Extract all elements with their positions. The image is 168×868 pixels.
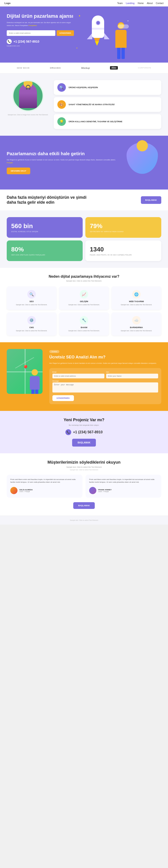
seo-left: 📍 [7, 349, 45, 394]
cta2-button[interactable]: BAŞLAMAK [72, 439, 96, 446]
seo-message-input[interactable] [53, 382, 158, 393]
author-role-1: Client - Freepik [19, 491, 33, 492]
seo-name-group: İsim [106, 371, 158, 378]
services-left: 🎧 Sample text. Click to Image from icons… [7, 80, 49, 116]
cta2-subtitle: Bu numarayı bizi arayarak bize ulaşın. [7, 424, 161, 426]
why-card-2: 📈 GELİŞİM Sample text. Click to select t… [59, 286, 109, 310]
cta2-title: Yeni Projeniz Var mı? [7, 417, 161, 422]
marketing-left: Pazarlamanızı daha etkili hale getirin H… [7, 151, 119, 174]
why-subtitle: Sample text. Click to select the Text El… [7, 280, 161, 282]
testimonials-title: Müşterilerimizin söylediklerini okuyun [7, 460, 161, 465]
why-card-text-3: Sample text. Click to select the Text El… [114, 304, 159, 306]
navigation: Logo Team Landing Home About Contact [0, 0, 168, 6]
marketing-link[interactable]: Freepik [7, 162, 13, 164]
testimonials-grid: Proin sed libero enim sed faucibus turpi… [7, 474, 161, 498]
hero-title: Dijital ürün pazarlama ajansı [7, 13, 74, 19]
testimonials-sample: Sample text. Click to select Text Elemen… [7, 469, 161, 470]
seo-title: Ücretsiz SEO Analizi Alın mı? [49, 355, 161, 360]
why-card-title-2: GELİŞİM [62, 300, 106, 303]
rocket-stripe [92, 28, 104, 30]
service-icon-2: 🎨 [57, 100, 66, 109]
phone-icon-2: 📞 [65, 429, 71, 435]
marketing-illustration [123, 143, 161, 183]
marketing-section: Pazarlamanızı daha etkili hale getirin H… [0, 136, 168, 189]
stat-label-1: DİJİTAL KÜRESEL KİTLE ERİŞİM [11, 231, 78, 232]
stat-label-3: HER GÜN ÜRETİLEN İÇERİK PARÇALARI [11, 254, 78, 256]
star-1: ✦ [78, 14, 81, 18]
hero-illustration: ✦ ✦ ✦ [74, 13, 130, 63]
nav-link-team[interactable]: Team [117, 2, 123, 4]
seo-badge: Ücretsiz [49, 350, 59, 353]
hero-phone-number: +1 (234) 567-8910 [13, 40, 39, 43]
brand-4: Albo [110, 66, 117, 69]
rocket-fin-left [87, 33, 92, 39]
why-section: Neden dijital pazarlamaya ihtiyacınız va… [0, 268, 168, 342]
why-card-5: 🔧 BAKIM Sample text. Click to select the… [59, 312, 109, 336]
testimonials-more-button[interactable]: BAŞLAMAK [73, 502, 95, 509]
stat-card-4: 1340 PAZAR, ANA PROFİL VE VE SEO CAPABİL… [85, 241, 161, 261]
hero-submit-button[interactable]: GÖNDERMEK [57, 30, 74, 36]
seo-form-row-1: Email İsim [53, 371, 158, 378]
rocket-flame2 [95, 41, 99, 46]
why-icon-2: 📈 [80, 290, 88, 299]
stat-number-3: 80% [11, 246, 78, 253]
author-avatar-2 [89, 487, 96, 494]
marketing-description: Her Rapor'un gehilımlı Kurse el domi har… [7, 159, 119, 164]
seo-right: Ücretsiz Ücretsiz SEO Analizi Alın mı? H… [49, 349, 161, 404]
hero-freepik-link[interactable]: Freepikleri [28, 25, 37, 27]
nav-link-landing[interactable]: Landing [126, 2, 135, 4]
why-card-title-6: BARINDIRMA [114, 326, 159, 329]
why-title: Neden dijital pazarlamaya ihtiyacınız va… [7, 275, 161, 279]
stat-number-4: 1340 [90, 246, 157, 253]
seo-email-label: Email [53, 371, 104, 373]
hero-left: Dijital ürün pazarlama ajansı Delectus r… [7, 13, 74, 54]
seo-person-figure [27, 369, 42, 394]
hero-phone-row: 📞 +1 (234) 567-8910 [7, 39, 74, 44]
seo-email-input[interactable] [53, 374, 104, 378]
brand-3: Mockup [81, 67, 90, 69]
cta1-button[interactable]: BAŞLAMAK [141, 196, 162, 204]
author-role-2: Client - Freepik [98, 491, 111, 492]
services-avatar: 🎧 [12, 80, 44, 112]
why-card-title-5: BAKIM [62, 326, 106, 329]
why-card-6: ☁️ BARINDIRMA Sample text. Click to sele… [111, 312, 161, 336]
marketing-cta-button[interactable]: DEVAMIN OKUY [7, 167, 30, 174]
nav-link-about[interactable]: About [147, 2, 153, 4]
cta2-phone-number: +1 (234) 567-8910 [73, 430, 103, 434]
rocket-window [96, 21, 101, 25]
hero-form: GÖNDERMEK [7, 30, 74, 36]
hero-email-input[interactable] [7, 30, 55, 36]
testimonial-text-2: Proin sed libero enim sed faucibus turpi… [89, 478, 158, 484]
brands-section: NEW WAVE ORGANIC Mockup Albo CORPORATE [0, 63, 168, 73]
why-card-title-3: WEB TASARIMI [114, 300, 159, 303]
why-card-1: 🔍 SEO Sample text. Click to select the T… [7, 286, 57, 310]
why-card-title-1: SEO [9, 300, 54, 303]
phone-icon: 📞 [7, 39, 12, 44]
service-title-1: ÜRÜNÜ KEŞFEDİN, KEŞFEDİN [69, 86, 98, 89]
nav-link-contact[interactable]: Contact [156, 2, 164, 4]
service-card-2: 🎨 SANAT YÖNETMENLİĞİ VE MARKA STRATEJİSİ [54, 97, 161, 112]
why-icon-6: ☁️ [132, 316, 141, 324]
stat-card-2: 79% SEYİRCİNİN %X YARIN ALTINDA OLMASI [85, 217, 161, 238]
why-icon-1: 🔍 [27, 290, 36, 299]
seo-submit-button[interactable]: GÖNDERMEK [53, 395, 74, 401]
why-card-text-5: Sample text. Click to select the Text El… [62, 330, 106, 332]
cta2-section: Yeni Projeniz Var mı? Bu numarayı bizi a… [0, 411, 168, 453]
service-card-3: 💡 ÜRÜN KULLANICI DENEYİMİ, TASARIM VE GE… [54, 114, 161, 129]
stat-number-1: 560 bin [11, 222, 78, 230]
marketing-title: Pazarlamanızı daha etkili hale getirin [7, 151, 119, 156]
author-avatar-1 [10, 487, 18, 494]
cta1-title: Daha fazla müşteriyi dönüştürün ve şimdi… [7, 195, 92, 205]
nav-links: Team Landing Home About Contact [117, 2, 164, 4]
service-title-2: SANAT YÖNETMENLİĞİ VE MARKA STRATEJİSİ [69, 103, 114, 106]
footer-sample-text: Sample text. Click to select Text Elemen… [7, 520, 161, 521]
services-section: 🎧 Sample text. Click to Image from icons… [0, 73, 168, 136]
stats-section: 560 bin DİJİTAL KÜRESEL KİTLE ERİŞİM 79%… [0, 210, 168, 268]
seo-form: Email İsim Message GÖNDERMEK [49, 368, 161, 404]
cta2-phone-row: 📞 +1 (234) 567-8910 [7, 429, 161, 435]
seo-name-input[interactable] [106, 374, 158, 378]
why-card-text-4: Sample text. Click to select the Text El… [9, 330, 54, 332]
nav-link-home[interactable]: Home [138, 2, 144, 4]
rocket-body [92, 16, 104, 38]
stat-label-4: PAZAR, ANA PROFİL VE VE SEO CAPABİLİTİEL… [90, 254, 157, 256]
